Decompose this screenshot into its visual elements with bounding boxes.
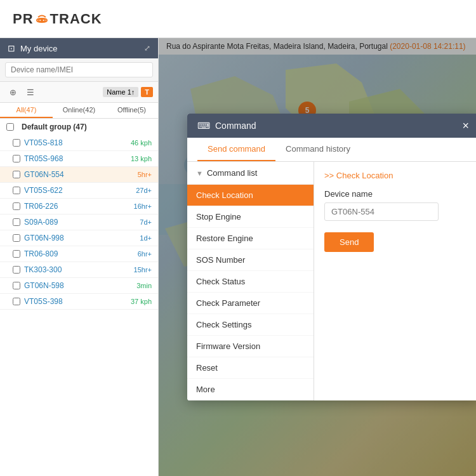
sidebar-header-left: ⊡ My device — [8, 43, 58, 53]
sidebar-search[interactable] — [0, 58, 158, 82]
list-item[interactable]: GT06N-554 5hr+ — [0, 167, 158, 183]
sidebar-title: My device — [20, 44, 58, 53]
device-item-left: VT05S-398 — [13, 297, 63, 306]
device-checkbox[interactable] — [13, 298, 20, 305]
tab-all[interactable]: All(47) — [0, 103, 53, 118]
device-list: Default group (47) VT05S-818 46 kph TR05… — [0, 119, 158, 476]
selected-command-label: >> Check Location — [324, 171, 469, 180]
group-checkbox[interactable] — [6, 123, 14, 131]
logo-pro: PR — [13, 11, 34, 27]
device-item-left: VT05S-622 — [13, 186, 63, 195]
toolbar-list-btn[interactable]: ☰ — [23, 84, 38, 100]
sidebar-header: ⊡ My device ⤢ — [0, 38, 158, 58]
map-area: Rua do Aspirante Mota Freitas, Madeira I… — [159, 38, 476, 476]
command-item-check-settings[interactable]: Check Settings — [187, 314, 314, 336]
command-item-reset[interactable]: Reset — [187, 357, 314, 379]
device-name-input[interactable] — [324, 202, 439, 221]
main-container: ⊡ My device ⤢ ⊕ ☰ Name 1↑ T All(47) Onli… — [0, 38, 476, 476]
list-item[interactable]: VT05S-398 37 kph — [0, 294, 158, 310]
tab-command-history[interactable]: Command history — [275, 138, 360, 161]
command-items: Check Location Stop Engine Restore Engin… — [187, 185, 314, 400]
command-item-sos-number[interactable]: SOS Number — [187, 249, 314, 271]
command-item-firmware-version[interactable]: Firmware Version — [187, 336, 314, 357]
command-item-restore-engine[interactable]: Restore Engine — [187, 228, 314, 249]
sort-button[interactable]: Name 1↑ — [103, 87, 138, 97]
device-item-left: GT06N-554 — [13, 170, 64, 179]
device-checkbox[interactable] — [13, 234, 20, 242]
list-item[interactable]: S09A-089 7d+ — [0, 215, 158, 230]
monitor-icon: ⊡ — [8, 43, 15, 53]
command-item-check-status[interactable]: Check Status — [187, 271, 314, 293]
device-item-left: S09A-089 — [13, 218, 58, 227]
list-item[interactable]: TR05S-968 13 kph — [0, 151, 158, 167]
tab-send-command[interactable]: Send command — [197, 138, 275, 161]
command-item-check-parameter[interactable]: Check Parameter — [187, 293, 314, 314]
dialog-body: ▼ Command list Check Location Stop Engin… — [187, 162, 476, 400]
sidebar-tabs: All(47) Online(42) Offline(5) — [0, 103, 158, 119]
command-list-header: ▼ Command list — [187, 162, 314, 185]
list-item[interactable]: GT06N-998 1d+ — [0, 230, 158, 246]
device-name-label: Device name — [324, 189, 469, 199]
sidebar-toolbar: ⊕ ☰ Name 1↑ T — [0, 82, 158, 103]
toolbar-pin-btn[interactable]: ⊕ — [5, 84, 20, 100]
dialog-title: Command — [215, 121, 256, 131]
send-button[interactable]: Send — [324, 232, 374, 252]
list-item[interactable]: GT06N-598 3min — [0, 278, 158, 294]
device-item-left: TR05S-968 — [13, 154, 63, 163]
command-right-panel: >> Check Location Device name Send — [314, 162, 476, 400]
command-list-panel: ▼ Command list Check Location Stop Engin… — [187, 162, 314, 400]
list-item[interactable]: TK303-300 15hr+ — [0, 262, 158, 278]
command-item-stop-engine[interactable]: Stop Engine — [187, 206, 314, 228]
device-item-left: TK303-300 — [13, 265, 62, 274]
sidebar: ⊡ My device ⤢ ⊕ ☰ Name 1↑ T All(47) Onli… — [0, 38, 159, 476]
command-icon: ⌨ — [197, 121, 210, 131]
device-checkbox[interactable] — [13, 187, 20, 194]
device-checkbox[interactable] — [13, 155, 20, 162]
device-checkbox[interactable] — [13, 218, 20, 226]
list-item[interactable]: TR06-226 16hr+ — [0, 199, 158, 215]
dialog-header: ⌨ Command × — [187, 114, 476, 138]
device-checkbox[interactable] — [13, 139, 20, 147]
list-item[interactable]: VT05S-818 46 kph — [0, 135, 158, 151]
device-name-field: Device name — [324, 189, 469, 221]
device-checkbox[interactable] — [13, 202, 20, 210]
tab-offline[interactable]: Offline(5) — [105, 103, 158, 118]
app-header: PR TRACK — [0, 0, 476, 38]
device-checkbox[interactable] — [13, 171, 20, 178]
device-item-left: TR06-809 — [13, 249, 58, 258]
tab-online[interactable]: Online(42) — [53, 103, 105, 118]
sidebar-header-icons: ⤢ — [144, 44, 150, 53]
command-dialog: ⌨ Command × Send command Command history… — [187, 114, 476, 400]
search-input[interactable] — [5, 62, 153, 77]
toolbar-sort: Name 1↑ T — [103, 87, 153, 97]
device-checkbox[interactable] — [13, 266, 20, 274]
device-item-left: VT05S-818 — [13, 138, 63, 147]
device-item-left: GT06N-598 — [13, 281, 64, 290]
dialog-close-button[interactable]: × — [462, 120, 469, 131]
logo-track: TRACK — [50, 11, 102, 27]
logo: PR TRACK — [13, 11, 102, 27]
command-item-more[interactable]: More — [187, 379, 314, 400]
device-checkbox[interactable] — [13, 282, 20, 289]
dialog-header-left: ⌨ Command — [197, 121, 256, 131]
device-group: Default group (47) — [0, 119, 158, 135]
dialog-tabs: Send command Command history — [187, 138, 476, 162]
list-item[interactable]: TR06-809 6hr+ — [0, 246, 158, 262]
chevron-down-icon: ▼ — [196, 169, 203, 177]
resize-icon: ⤢ — [144, 44, 150, 53]
list-item[interactable]: VT05S-622 27d+ — [0, 183, 158, 199]
device-item-left: TR06-226 — [13, 202, 58, 211]
logo-icon — [34, 11, 50, 27]
device-item-left: GT06N-998 — [13, 234, 64, 242]
command-item-check-location[interactable]: Check Location — [187, 185, 314, 206]
svg-point-2 — [41, 19, 43, 22]
filter-button[interactable]: T — [141, 87, 153, 97]
device-checkbox[interactable] — [13, 250, 20, 258]
